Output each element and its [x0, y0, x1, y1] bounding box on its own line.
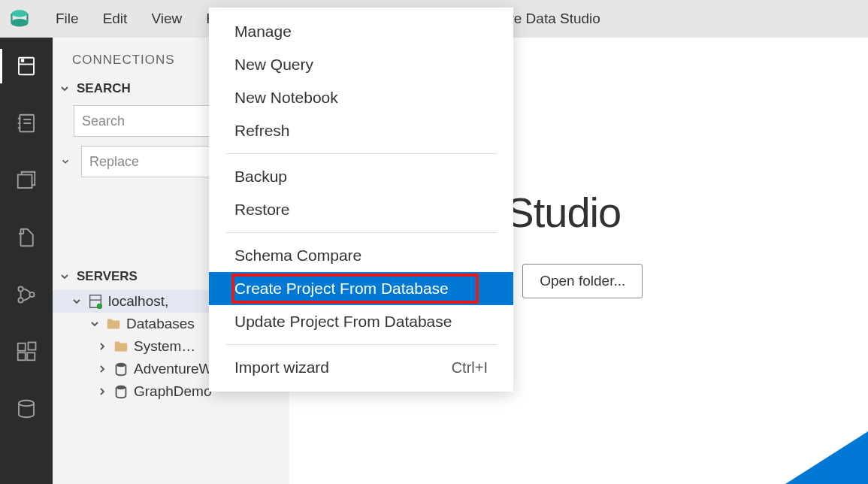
svg-point-1: [12, 19, 28, 26]
activity-bar: [0, 38, 53, 484]
menu-file[interactable]: File: [44, 6, 91, 32]
database-icon: [113, 361, 129, 377]
ctx-create-project-label: Create Project From Database: [234, 280, 449, 298]
chevron-down-icon: [59, 271, 71, 283]
tree-system-label: System…: [134, 338, 195, 355]
activity-explorer-icon[interactable]: [13, 167, 40, 194]
replace-placeholder: Replace: [89, 154, 139, 170]
activity-files-icon[interactable]: [13, 224, 40, 251]
chevron-down-icon: [89, 318, 104, 330]
ctx-backup[interactable]: Backup: [209, 160, 513, 193]
corner-decoration: [785, 431, 868, 484]
database-icon: [113, 383, 129, 400]
svg-point-13: [18, 298, 23, 302]
tree-databases-label: Databases: [126, 316, 195, 332]
activity-source-control-icon[interactable]: [13, 281, 40, 308]
ctx-import-wizard[interactable]: Import wizard Ctrl+I: [209, 351, 513, 384]
ctx-import-wizard-label: Import wizard: [234, 358, 329, 377]
context-menu: Manage New Query New Notebook Refresh Ba…: [209, 8, 513, 392]
activity-database-icon[interactable]: [13, 395, 40, 422]
menu-edit[interactable]: Edit: [91, 6, 140, 32]
ctx-restore[interactable]: Restore: [209, 193, 513, 226]
activity-connections-icon[interactable]: [13, 53, 40, 80]
ctx-update-project-from-database[interactable]: Update Project From Database: [209, 305, 513, 338]
search-section-label: SEARCH: [77, 81, 131, 96]
chevron-down-icon: [71, 295, 86, 307]
open-folder-button[interactable]: Open folder...: [522, 264, 643, 298]
ctx-schema-compare[interactable]: Schema Compare: [209, 239, 513, 272]
app-icon: [9, 8, 30, 29]
ctx-separator: [225, 232, 497, 233]
chevron-right-icon: [96, 340, 111, 352]
server-icon: [87, 293, 104, 310]
ctx-new-query[interactable]: New Query: [209, 48, 513, 81]
svg-point-25: [116, 363, 126, 368]
svg-rect-18: [29, 343, 36, 350]
svg-point-19: [19, 401, 34, 407]
svg-rect-17: [27, 352, 35, 360]
chevron-down-icon: [59, 83, 71, 95]
activity-extensions-icon[interactable]: [13, 338, 40, 365]
chevron-right-icon: [96, 363, 111, 375]
svg-point-26: [116, 386, 126, 390]
svg-point-12: [18, 286, 23, 291]
svg-rect-15: [18, 343, 26, 351]
servers-section-label: SERVERS: [77, 269, 138, 284]
svg-rect-11: [18, 175, 32, 189]
search-placeholder: Search: [82, 113, 125, 129]
tree-server-label: localhost,: [108, 293, 168, 310]
tree-graphdemo-label: GraphDemo: [134, 383, 212, 400]
ctx-separator: [225, 153, 497, 154]
replace-toggle[interactable]: [53, 153, 78, 170]
svg-point-14: [29, 292, 34, 297]
ctx-manage[interactable]: Manage: [209, 15, 513, 48]
folder-icon: [105, 316, 122, 332]
svg-rect-16: [18, 352, 26, 360]
folder-icon: [113, 338, 129, 355]
activity-notebooks-icon[interactable]: [13, 110, 40, 137]
chevron-right-icon: [96, 386, 111, 398]
ctx-new-notebook[interactable]: New Notebook: [209, 81, 513, 114]
svg-point-0: [12, 10, 28, 17]
ctx-create-project-from-database[interactable]: Create Project From Database: [209, 272, 513, 305]
svg-rect-4: [22, 59, 24, 62]
ctx-import-wizard-shortcut: Ctrl+I: [452, 359, 488, 377]
ctx-separator: [225, 344, 497, 345]
menu-view[interactable]: View: [139, 6, 194, 32]
ctx-refresh[interactable]: Refresh: [209, 114, 513, 147]
svg-point-24: [97, 304, 102, 309]
